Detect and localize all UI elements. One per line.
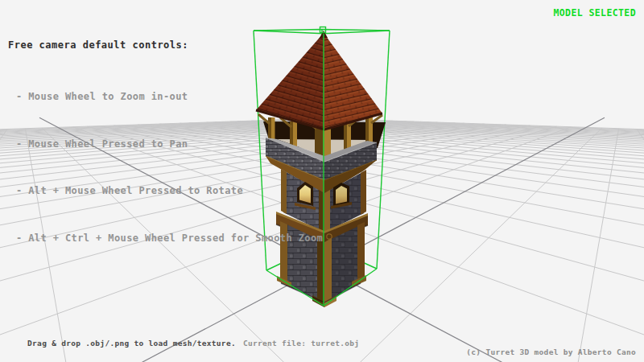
control-item-pan: - Mouse Wheel Pressed to Pan: [8, 136, 323, 153]
camera-controls-help: Free camera default controls: - Mouse Wh…: [8, 9, 323, 277]
footer-left: Drag & drop .obj/.png to load mesh/textu…: [8, 330, 359, 356]
status-badge: MODEL SELECTED: [553, 7, 636, 19]
control-item-smooth-zoom: - Alt + Ctrl + Mouse Wheel Pressed for S…: [8, 230, 323, 247]
credit-text: (c) Turret 3D model by Alberto Cano: [466, 348, 636, 356]
control-item-rotate: - Alt + Mouse Wheel Pressed to Rotate: [8, 183, 323, 200]
controls-title: Free camera default controls:: [8, 39, 323, 51]
drop-hint: Drag & drop .obj/.png to load mesh/textu…: [27, 339, 236, 348]
control-item-zoom: - Mouse Wheel to Zoom in-out: [8, 88, 323, 105]
current-file-label: Current file: turret.obj: [243, 339, 359, 348]
viewport-3d[interactable]: Free camera default controls: - Mouse Wh…: [0, 0, 644, 362]
